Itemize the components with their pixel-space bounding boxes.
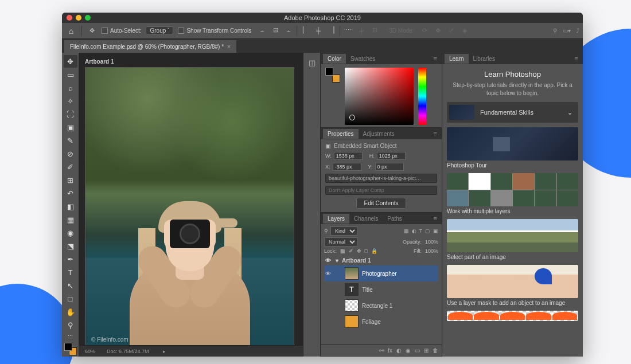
gradient-tool[interactable]: ▦ bbox=[64, 213, 77, 226]
panel-menu-icon[interactable]: ≡ bbox=[434, 215, 439, 222]
channels-tab[interactable]: Channels bbox=[349, 214, 383, 224]
canvas-area[interactable]: Artboard 1 © FileInfo.com bbox=[79, 53, 303, 345]
visibility-icon[interactable]: 👁 bbox=[325, 271, 332, 277]
x-input[interactable] bbox=[333, 163, 361, 171]
foreground-background-color[interactable] bbox=[64, 343, 77, 355]
adjustment-layer-icon[interactable]: ◉ bbox=[406, 347, 411, 354]
lesson-multiple-layers[interactable]: Work with multiple layers bbox=[447, 173, 578, 214]
panel-menu-icon[interactable]: ≡ bbox=[434, 130, 439, 137]
auto-select-checkbox[interactable]: Auto-Select: bbox=[102, 28, 141, 34]
lesson-extra[interactable] bbox=[447, 311, 578, 321]
history-brush-tool[interactable]: ↶ bbox=[64, 187, 77, 199]
panel-menu-icon[interactable]: ≡ bbox=[575, 55, 581, 62]
dodge-tool[interactable]: ⬔ bbox=[64, 240, 77, 252]
zoom-tool[interactable]: ⚲ bbox=[64, 319, 77, 331]
filter-shape-icon[interactable]: ▢ bbox=[425, 228, 430, 234]
layer-item-rectangle[interactable]: Rectangle 1 bbox=[324, 298, 438, 314]
filter-type-icon[interactable]: T bbox=[419, 228, 423, 234]
type-tool[interactable]: T bbox=[64, 266, 77, 279]
new-layer-icon[interactable]: ⊞ bbox=[424, 347, 429, 354]
lock-all-icon[interactable]: 🔒 bbox=[371, 248, 377, 254]
workspace-icon[interactable]: ▭▾ bbox=[563, 28, 571, 34]
hand-tool[interactable]: ✋ bbox=[64, 306, 77, 318]
close-tab-icon[interactable]: × bbox=[227, 44, 231, 50]
libraries-tab[interactable]: Libraries bbox=[469, 54, 500, 64]
search-icon[interactable]: ⚲ bbox=[553, 28, 557, 34]
lesson-photoshop-tour[interactable]: Photoshop Tour bbox=[447, 127, 578, 169]
frame-tool[interactable]: ▣ bbox=[64, 121, 77, 134]
lock-image-icon[interactable]: ✐ bbox=[349, 248, 353, 254]
link-layers-icon[interactable]: ⚯ bbox=[379, 347, 384, 354]
auto-select-mode-dropdown[interactable]: Group ˇ bbox=[146, 26, 173, 35]
color-field-picker[interactable] bbox=[345, 68, 414, 125]
align-right-icon[interactable]: ▕ bbox=[326, 26, 337, 35]
align-vcenter-icon[interactable]: ⊟ bbox=[270, 26, 281, 35]
lesson-select-part[interactable]: Select part of an image bbox=[447, 219, 578, 260]
blur-tool[interactable]: ◉ bbox=[64, 226, 77, 239]
color-mini-swatch[interactable] bbox=[325, 68, 340, 83]
magic-wand-tool[interactable]: ✧ bbox=[64, 95, 77, 107]
distribute-icon[interactable]: ⋯ bbox=[343, 26, 353, 35]
lock-transparent-icon[interactable]: ▩ bbox=[340, 248, 345, 254]
brush-tool[interactable]: ✐ bbox=[64, 161, 77, 173]
panel-toggle-icon[interactable]: ◫ bbox=[306, 56, 318, 69]
layer-filter-dropdown[interactable]: Kind bbox=[330, 226, 357, 236]
color-tab[interactable]: Color bbox=[323, 54, 346, 64]
blend-mode-dropdown[interactable]: Normal bbox=[324, 237, 357, 246]
move-tool[interactable]: ✥ bbox=[64, 55, 77, 68]
layer-comp-dropdown[interactable]: Don't Apply Layer Comp bbox=[325, 186, 437, 195]
hue-slider[interactable] bbox=[418, 68, 426, 125]
width-input[interactable] bbox=[334, 152, 363, 160]
properties-tab[interactable]: Properties bbox=[323, 129, 359, 139]
layers-tab[interactable]: Layers bbox=[323, 214, 349, 224]
paths-tab[interactable]: Paths bbox=[383, 214, 407, 224]
transform-controls-checkbox[interactable]: Show Transform Controls bbox=[178, 28, 251, 34]
lasso-tool[interactable]: ⌕ bbox=[64, 81, 77, 94]
visibility-icon[interactable]: 👁 bbox=[325, 257, 332, 264]
layer-item-title[interactable]: T Title bbox=[324, 281, 438, 298]
fill-value[interactable]: 100% bbox=[425, 248, 438, 254]
group-icon[interactable]: ▭ bbox=[415, 347, 420, 354]
lock-position-icon[interactable]: ✥ bbox=[357, 248, 361, 254]
filter-smart-icon[interactable]: ▣ bbox=[433, 228, 438, 234]
layer-item-foliage[interactable]: Foliage bbox=[324, 314, 438, 330]
layer-mask-icon[interactable]: ◐ bbox=[396, 347, 402, 354]
align-hcenter-icon[interactable]: ╪ bbox=[313, 26, 324, 35]
learn-section-header[interactable]: Fundamental Skills ⌄ bbox=[447, 102, 578, 123]
pen-tool[interactable]: ✒ bbox=[64, 253, 77, 265]
chevron-down-icon[interactable]: ▾ bbox=[336, 257, 338, 264]
align-left-icon[interactable]: ▏ bbox=[300, 26, 310, 35]
swatches-tab[interactable]: Swatches bbox=[346, 54, 380, 64]
clone-stamp-tool[interactable]: ⊞ bbox=[64, 174, 77, 186]
opacity-value[interactable]: 100% bbox=[425, 239, 438, 245]
zoom-level[interactable]: 60% bbox=[85, 349, 95, 354]
home-button[interactable]: ⌂ bbox=[65, 25, 77, 37]
artboard[interactable]: © FileInfo.com bbox=[85, 67, 294, 345]
marquee-tool[interactable]: ▭ bbox=[64, 68, 77, 81]
panel-menu-icon[interactable]: ≡ bbox=[434, 55, 439, 62]
document-tab[interactable]: FileInfo.com Example.psd @ 60% (Photogra… bbox=[64, 40, 236, 53]
path-selection-tool[interactable]: ↖ bbox=[64, 279, 77, 292]
rectangle-tool[interactable]: □ bbox=[64, 292, 77, 305]
eyedropper-tool[interactable]: ✎ bbox=[64, 134, 77, 147]
status-chevron-icon[interactable]: ▸ bbox=[163, 349, 166, 354]
learn-tab[interactable]: Learn bbox=[445, 54, 469, 64]
align-bottom-icon[interactable]: ⫠ bbox=[283, 26, 294, 35]
share-icon[interactable]: ⤴ bbox=[577, 28, 579, 34]
height-input[interactable] bbox=[377, 152, 406, 160]
edit-contents-button[interactable]: Edit Contents bbox=[356, 198, 406, 209]
eraser-tool[interactable]: ◧ bbox=[64, 200, 77, 213]
edit-toolbar-button[interactable]: ⋯ bbox=[64, 332, 77, 340]
lock-artboard-icon[interactable]: □ bbox=[365, 248, 368, 254]
align-top-icon[interactable]: ⫠ bbox=[257, 26, 267, 35]
crop-tool[interactable]: ⛶ bbox=[64, 108, 77, 120]
adjustments-tab[interactable]: Adjustments bbox=[359, 129, 399, 139]
lesson-layer-mask[interactable]: Use a layer mask to add an object to an … bbox=[447, 265, 578, 306]
delete-layer-icon[interactable]: 🗑 bbox=[433, 347, 438, 354]
layer-style-icon[interactable]: fx bbox=[388, 347, 392, 354]
y-input[interactable] bbox=[375, 163, 404, 171]
layer-item-photographer[interactable]: 👁 Photographer bbox=[324, 265, 438, 281]
layer-item-artboard[interactable]: 👁 ▾ Artboard 1 bbox=[324, 256, 438, 265]
filter-pixel-icon[interactable]: ▩ bbox=[404, 228, 409, 234]
healing-brush-tool[interactable]: ⊘ bbox=[64, 147, 77, 160]
